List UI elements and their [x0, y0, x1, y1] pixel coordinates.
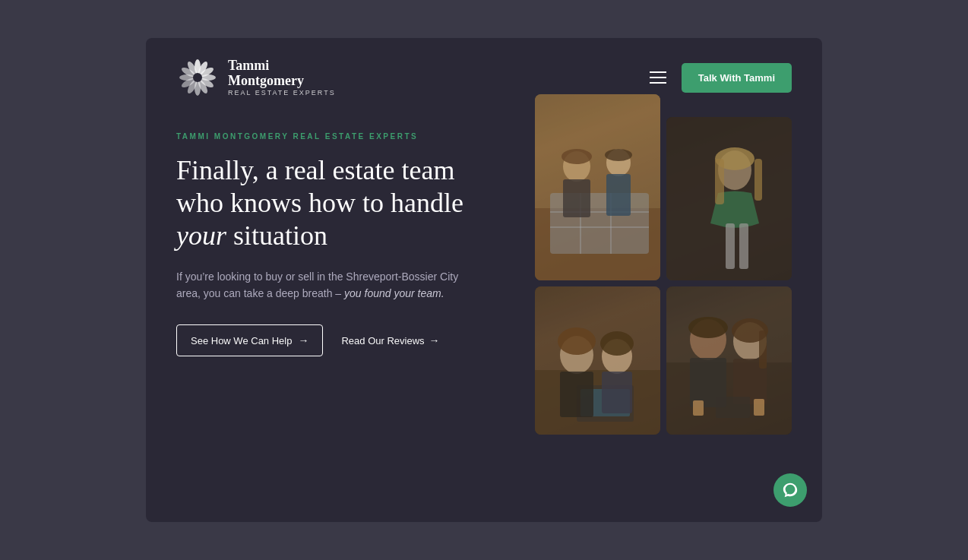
svg-rect-15: [550, 193, 649, 254]
svg-rect-27: [666, 117, 792, 280]
page-card: Tammi Montgomery Real Estate Experts Tal…: [146, 38, 822, 522]
logo-text: Tammi Montgomery Real Estate Experts: [228, 59, 336, 96]
svg-point-25: [605, 149, 632, 161]
svg-rect-47: [690, 358, 726, 407]
arrow-icon-2: →: [429, 334, 440, 346]
outer-background: Tammi Montgomery Real Estate Experts Tal…: [0, 0, 968, 560]
svg-rect-35: [535, 370, 660, 435]
eyebrow-text: Tammi Montgomery Real Estate Experts: [176, 132, 465, 141]
svg-rect-32: [726, 223, 735, 269]
svg-point-22: [606, 149, 631, 176]
svg-point-43: [600, 331, 634, 356]
svg-rect-14: [535, 208, 660, 280]
svg-point-20: [563, 151, 590, 182]
logo-icon: [176, 56, 219, 99]
svg-point-50: [688, 317, 728, 338]
header-right: Talk With Tammi: [650, 63, 792, 93]
svg-rect-21: [563, 179, 590, 217]
photo-grid: [535, 94, 792, 435]
svg-rect-55: [716, 397, 750, 418]
svg-rect-31: [754, 159, 762, 201]
svg-rect-45: [666, 362, 792, 435]
svg-rect-39: [560, 372, 593, 417]
svg-rect-49: [733, 359, 767, 404]
svg-rect-23: [606, 174, 631, 216]
cta-row: See How We Can Help → Read Our Reviews →: [176, 324, 465, 356]
svg-rect-52: [759, 331, 767, 369]
svg-point-42: [558, 327, 596, 355]
svg-rect-33: [739, 223, 748, 269]
svg-point-48: [733, 322, 767, 360]
photo-couple-cafe: [666, 286, 792, 435]
svg-rect-30: [715, 159, 724, 204]
svg-point-24: [562, 149, 592, 164]
svg-rect-53: [693, 400, 704, 416]
logo-subtitle: Real Estate Experts: [228, 89, 336, 96]
svg-point-51: [732, 318, 768, 343]
hero-section: Tammi Montgomery Real Estate Experts Fin…: [146, 125, 822, 356]
svg-point-28: [718, 150, 751, 190]
photo-woman-green-jacket: [666, 117, 792, 280]
svg-rect-13: [535, 94, 660, 280]
svg-rect-37: [580, 389, 630, 416]
svg-point-38: [560, 336, 593, 374]
photo-team-blueprints: [535, 94, 660, 280]
logo-name: Tammi Montgomery: [228, 59, 336, 89]
see-how-we-can-help-button[interactable]: See How We Can Help →: [176, 324, 323, 356]
chat-bubble-button[interactable]: [773, 473, 807, 507]
photo-grid-wrapper: [488, 94, 792, 356]
hero-left-column: Tammi Montgomery Real Estate Experts Fin…: [176, 125, 465, 356]
logo-area: Tammi Montgomery Real Estate Experts: [176, 56, 336, 99]
svg-point-40: [602, 339, 632, 374]
talk-with-tammi-button[interactable]: Talk With Tammi: [682, 63, 792, 93]
svg-rect-54: [754, 399, 764, 416]
svg-rect-44: [666, 286, 792, 435]
svg-point-12: [193, 73, 202, 82]
svg-rect-36: [577, 385, 634, 422]
hamburger-menu-icon[interactable]: [650, 71, 666, 84]
arrow-icon: →: [298, 334, 308, 346]
photo-team-laptop: [535, 286, 660, 435]
svg-point-29: [715, 147, 754, 170]
svg-rect-26: [666, 117, 792, 280]
read-our-reviews-link[interactable]: Read Our Reviews →: [341, 334, 439, 346]
svg-rect-41: [602, 372, 632, 413]
svg-rect-34: [535, 286, 660, 435]
hero-headline: Finally, a real estate team who knows ho…: [176, 154, 465, 253]
hero-body-text: If you’re looking to buy or sell in the …: [176, 268, 465, 302]
svg-point-46: [690, 319, 726, 360]
chat-icon: [782, 482, 799, 498]
